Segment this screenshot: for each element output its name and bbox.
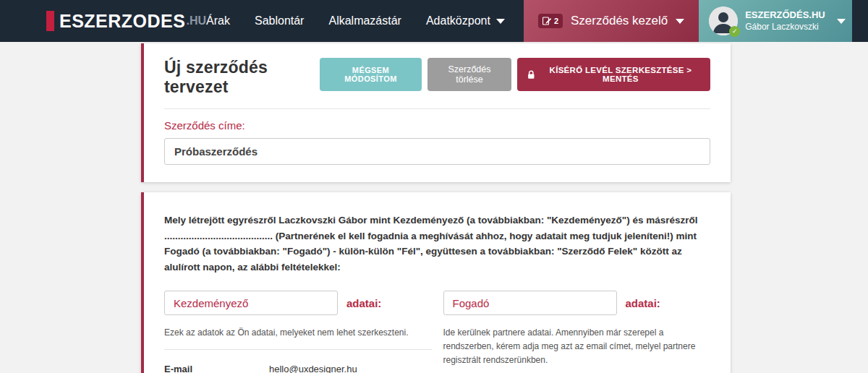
field-value: hello@uxdesigner.hu [269,364,357,373]
contract-count-badge: 2 [538,14,563,28]
contract-preamble: Mely létrejött egyrészről Laczkovszki Gá… [164,213,710,275]
page-title: Új szerződés tervezet [164,58,320,97]
contract-title-input[interactable] [164,138,710,165]
receiver-role-input[interactable] [443,291,617,315]
navbar-endcap [852,0,868,42]
receiver-column: adatai: Ide kerülnek partnere adatai. Am… [443,291,711,373]
nav-item-adatkozpont[interactable]: Adatközpont [426,14,505,27]
main-content: Új szerződés tervezet MÉGSEM MÓDOSÍTOM S… [141,43,731,373]
receiver-helper-text: Ide kerülnek partnere adatai. Amennyiben… [443,326,711,366]
contract-manager-label: Szerződés kezelő [571,14,668,28]
initiator-helper-text: Ezek az adatok az Ön adatai, melyeket ne… [164,326,432,340]
user-status-badge-icon: ✓ [729,26,740,37]
logo-tld: .HU [186,14,206,27]
delete-contract-button[interactable]: Szerződés törlése [427,58,512,91]
contract-body-card: Mely létrejött egyrészről Laczkovszki Gá… [141,192,731,373]
save-button[interactable]: KÍSÉRŐ LEVÉL SZERKESZTÉSE > MENTÉS [517,58,710,91]
action-buttons: MÉGSEM MÓDOSÍTOM Szerződés törlése KÍSÉR… [320,58,710,91]
nav-item-arak[interactable]: Árak [206,14,230,27]
badge-count: 2 [554,17,558,25]
initiator-fields: E-mail hello@uxdesigner.hu Aláíró teljes… [164,361,432,373]
initiator-column: adatai: Ezek az adatok az Ön adatai, mel… [164,291,432,373]
cancel-edit-button[interactable]: MÉGSEM MÓDOSÍTOM [320,58,422,91]
nav-user-menu[interactable]: ✓ ESZERZŐDÉS.HU Gábor Laczkovszki [699,0,852,42]
contract-title-label: Szerződés címe: [164,119,710,132]
contract-header-card: Új szerződés tervezet MÉGSEM MÓDOSÍTOM S… [141,43,731,182]
chevron-down-icon [496,19,505,24]
field-row-email: E-mail hello@uxdesigner.hu [164,361,432,373]
logo-text: ESZERZODES [59,11,185,32]
divider [164,349,432,350]
nav-contract-manager[interactable]: 2 Szerződés kezelő [524,0,699,42]
signing-document-icon [542,17,552,25]
receiver-suffix-label: adatai: [626,297,660,309]
field-label: E-mail [164,364,269,373]
main-nav: Árak Sablontár Alkalmazástár Adatközpont [206,0,524,42]
logo-red-block-icon [46,11,54,31]
chevron-down-icon [676,19,684,24]
divider [164,108,710,109]
initiator-suffix-label: adatai: [346,297,381,309]
user-org: ESZERZŐDÉS.HU [745,9,825,21]
logo[interactable]: ESZERZODES .HU [0,0,206,42]
nav-item-sablontar[interactable]: Sablontár [255,14,305,27]
top-navbar: ESZERZODES .HU Árak Sablontár Alkalmazás… [0,0,868,42]
user-name: Gábor Laczkovszki [745,22,825,33]
lock-icon [527,69,535,80]
avatar: ✓ [709,7,738,35]
initiator-role-input[interactable] [164,291,338,315]
chevron-down-icon [837,19,846,24]
nav-item-alkalmazastar[interactable]: Alkalmazástár [328,14,401,27]
